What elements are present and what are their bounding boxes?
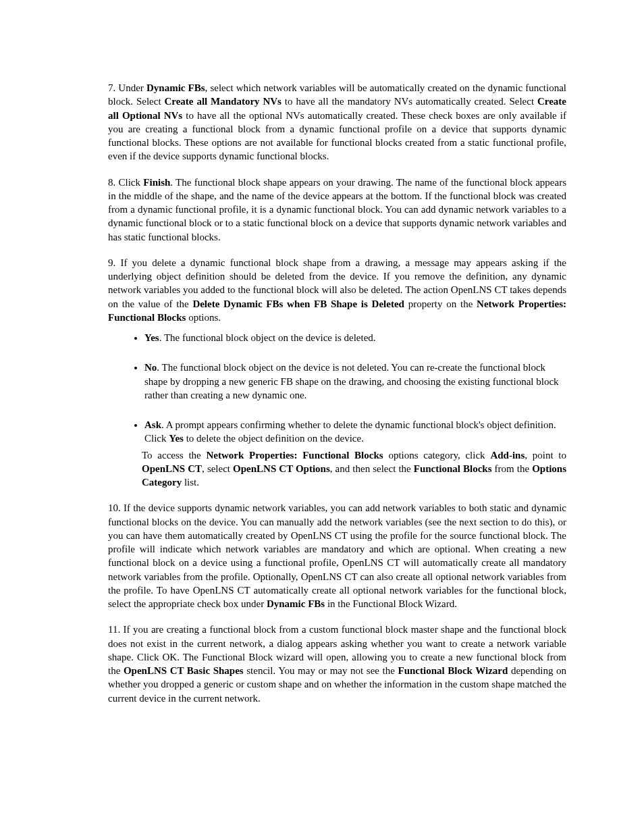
- option-no: No. The functional block object on the d…: [144, 361, 566, 402]
- functional-block-wizard-label: Functional Block Wizard: [398, 665, 508, 676]
- options-list: Yes. The functional block object on the …: [108, 331, 566, 446]
- text: list.: [182, 477, 199, 488]
- text: options.: [186, 312, 221, 323]
- text: in the Functional Block Wizard.: [325, 598, 457, 609]
- text: . The functional block shape appears on …: [108, 177, 566, 242]
- text: , and then select the: [330, 463, 414, 474]
- access-options-paragraph: To access the Network Properties: Functi…: [142, 448, 566, 490]
- openlns-ct-label: OpenLNS CT: [142, 463, 202, 474]
- text: . The functional block object on the dev…: [159, 332, 376, 343]
- text: property on the: [404, 298, 477, 309]
- dynamic-fbs-label-2: Dynamic FBs: [267, 598, 325, 609]
- step-10-paragraph: 10. If the device supports dynamic netwo…: [108, 501, 566, 610]
- dynamic-fbs-label: Dynamic FBs: [146, 82, 205, 93]
- text: , point to: [525, 450, 566, 461]
- yes-label: Yes: [144, 332, 159, 343]
- step-11-paragraph: 11. If you are creating a functional blo…: [108, 623, 566, 705]
- add-ins-label: Add-ins: [490, 450, 525, 461]
- no-label: No: [144, 362, 157, 373]
- text: 7. Under: [108, 82, 146, 93]
- option-yes: Yes. The functional block object on the …: [144, 331, 566, 344]
- openlns-ct-options-label: OpenLNS CT Options: [233, 463, 330, 474]
- text: stencil. You may or may not see the: [244, 665, 398, 676]
- basic-shapes-label: OpenLNS CT Basic Shapes: [124, 665, 244, 676]
- text: 8. Click: [108, 177, 143, 188]
- delete-dynamic-fbs-label: Delete Dynamic FBs when FB Shape is Dele…: [192, 298, 404, 309]
- create-mandatory-nvs-label: Create all Mandatory NVs: [164, 96, 281, 107]
- text: options category, click: [383, 450, 491, 461]
- step-8-paragraph: 8. Click Finish. The functional block sh…: [108, 176, 566, 244]
- option-ask: Ask. A prompt appears confirming whether…: [144, 418, 566, 446]
- functional-blocks-label: Functional Blocks: [414, 463, 492, 474]
- text: , select: [202, 463, 233, 474]
- text: to delete the object definition on the d…: [184, 433, 364, 444]
- step-7-paragraph: 7. Under Dynamic FBs, select which netwo…: [108, 81, 566, 163]
- finish-label: Finish: [143, 177, 170, 188]
- network-properties-fb-label-2: Network Properties: Functional Blocks: [207, 450, 383, 461]
- text: from the: [492, 463, 533, 474]
- text: to have all the mandatory NVs automatica…: [281, 96, 537, 107]
- ask-label: Ask: [144, 419, 161, 430]
- text: To access the: [142, 450, 207, 461]
- text: 10. If the device supports dynamic netwo…: [108, 502, 566, 609]
- yes-confirm-label: Yes: [169, 433, 184, 444]
- text: . The functional block object on the dev…: [144, 362, 559, 400]
- step-9-paragraph: 9. If you delete a dynamic functional bl…: [108, 256, 566, 324]
